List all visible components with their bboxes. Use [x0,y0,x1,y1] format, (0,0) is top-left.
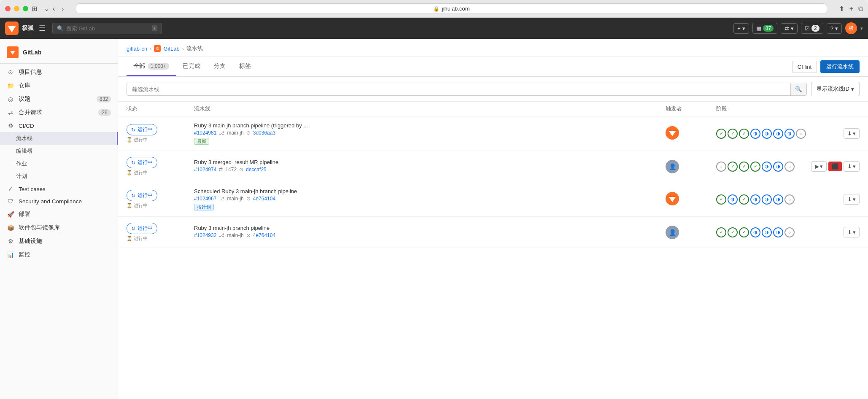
sidebar-sub-item-schedules[interactable]: 计划 [0,170,118,183]
stage-circle[interactable]: ◑ [784,129,795,139]
sidebar-item-infrastructure[interactable]: ⚙ 基础设施 [0,235,118,248]
breadcrumb-link-2[interactable]: GitLab [163,46,179,52]
stage-circle[interactable]: ✓ [739,227,749,237]
sidebar-item-project-info[interactable]: ⊙ 项目信息 [0,65,118,79]
stage-circle[interactable]: ✓ [750,162,760,172]
maximize-button[interactable] [23,6,28,11]
display-select[interactable]: 显示流水线ID ▾ [811,82,860,96]
stage-circle[interactable]: ◑ [762,194,772,205]
stage-circle[interactable]: ✓ [728,129,738,139]
chevron-icon: ▾ [742,25,745,32]
stage-circle[interactable]: ✓ [739,129,749,139]
new-tab-icon[interactable]: + [849,5,853,13]
tab-branches[interactable]: 分支 [207,57,232,76]
search-input[interactable] [66,25,142,32]
sidebar-item-cicd[interactable]: ♻ CI/CD [0,119,118,132]
boards-button[interactable]: ▦ 87 [752,23,777,34]
stage-circle[interactable]: ○ [784,227,795,237]
check-icon: ☑ [805,25,810,32]
question-icon: ? [830,25,833,32]
pipeline-link[interactable]: #1024974 [194,167,216,173]
sidebar-sub-item-jobs[interactable]: 作业 [0,157,118,170]
sidebar-sub-item-editor[interactable]: 编辑器 [0,145,118,157]
stage-circle[interactable]: ◑ [762,162,772,172]
deployments-icon: 🚀 [7,211,14,218]
user-avatar[interactable]: 极 [845,22,857,34]
stage-circle[interactable]: ◑ [750,227,760,237]
help-button[interactable]: ? ▾ [827,23,842,34]
stage-circle[interactable]: ◑ [728,194,738,205]
stage-circle[interactable]: ○ [784,194,795,205]
branch-icon: ⎇ [219,232,224,238]
stage-circle[interactable]: ✓ [728,227,738,237]
download-button[interactable]: ⬇ ▾ [844,128,860,139]
trigger-avatar: 👤 [666,226,679,239]
sidebar-item-security[interactable]: 🛡 Security and Compliance [0,195,118,208]
pipeline-trigger-1 [666,126,716,141]
stage-circle[interactable]: ◑ [750,129,760,139]
search-container[interactable]: 🔍 / [52,23,162,34]
chevron-icon: ▾ [853,196,856,202]
create-button[interactable]: + ▾ [733,23,749,34]
sidebar-item-test-cases[interactable]: ✓ Test cases [0,183,118,195]
stage-circle[interactable]: ✓ [728,162,738,172]
sidebar-toggle-icon[interactable]: ⊞ [32,5,37,13]
stage-circle[interactable]: ✓ [739,194,749,205]
run-pipeline-button[interactable]: 运行流水线 [820,60,860,73]
url-bar[interactable]: 🔒 jihulab.com [76,3,827,14]
forward-icon[interactable]: › [62,5,64,13]
stage-circle[interactable]: » [716,162,726,172]
breadcrumb-link-1[interactable]: gitlab-cn [127,46,147,52]
stage-circle[interactable]: ✓ [739,162,749,172]
tab-finished[interactable]: 已完成 [176,57,207,76]
pipeline-status-1: ↻ 运行中 ⏳ 进行中 [127,124,194,143]
sidebar-item-packages[interactable]: 📦 软件包与镜像库 [0,221,118,235]
download-button[interactable]: ⬇ ▾ [844,227,860,237]
sidebar-item-monitor[interactable]: 📊 监控 [0,248,118,262]
stage-circle[interactable]: ◑ [762,227,772,237]
stage-circle[interactable]: ◑ [773,162,783,172]
stage-circle[interactable]: ◑ [750,194,760,205]
share-icon[interactable]: ⬆ [839,5,844,13]
download-button[interactable]: ⬇ ▾ [844,161,860,172]
tab-tags[interactable]: 标签 [232,57,258,76]
pipeline-link[interactable]: #1024932 [194,232,216,238]
download-button[interactable]: ⬇ ▾ [844,194,860,205]
sidebar-item-issues[interactable]: ◎ 议题 832 [0,92,118,106]
sidebar-item-repository[interactable]: 📁 仓库 [0,79,118,92]
stage-circle[interactable]: ✓ [716,227,726,237]
stop-button[interactable]: ⬛ [828,162,842,171]
sidebar-sub-item-pipelines[interactable]: 流水线 [0,132,118,145]
close-button[interactable] [5,6,11,11]
back-icon[interactable]: ‹ [53,5,55,13]
hamburger-icon[interactable]: ☰ [39,24,46,33]
ci-lint-button[interactable]: CI lint [792,61,817,73]
chevron-down-icon[interactable]: ⌄ [44,5,49,13]
stage-circle[interactable]: ✓ [716,129,726,139]
merge-requests-button[interactable]: ⇄ ▾ [781,23,798,34]
stage-circle[interactable]: ✓ [716,194,726,205]
tasks-button[interactable]: ☑ 2 [801,23,823,34]
traffic-lights [5,6,28,11]
stage-circle[interactable]: ◑ [773,194,783,205]
chevron-icon2: ▾ [791,25,794,32]
stage-circle[interactable]: ○ [784,162,795,172]
minimize-button[interactable] [14,6,19,11]
avatar-chevron[interactable]: ▾ [860,26,863,31]
windows-icon[interactable]: ⧉ [858,5,863,13]
pipeline-link[interactable]: #1024967 [194,196,216,202]
tab-all[interactable]: 全部 1,000+ [127,57,176,76]
sidebar-item-merge-requests[interactable]: ⇄ 合并请求 26 [0,106,118,119]
filter-input[interactable] [127,83,790,95]
stage-circle[interactable]: ◑ [773,129,783,139]
play-button[interactable]: ▶ ▾ [811,161,827,172]
stage-circle[interactable]: ○ [796,129,806,139]
content: gitlab-cn › G GitLab › 流水线 全部 1,000+ 已完成… [118,39,868,399]
sidebar-item-deployments[interactable]: 🚀 部署 [0,208,118,221]
cicd-icon: ♻ [7,122,14,129]
pipeline-link[interactable]: #1024981 [194,130,216,136]
hourglass-icon: ⏳ [127,170,132,175]
stage-circle[interactable]: ◑ [762,129,772,139]
stage-circle[interactable]: ◑ [773,227,783,237]
filter-search-button[interactable]: 🔍 [790,83,806,95]
